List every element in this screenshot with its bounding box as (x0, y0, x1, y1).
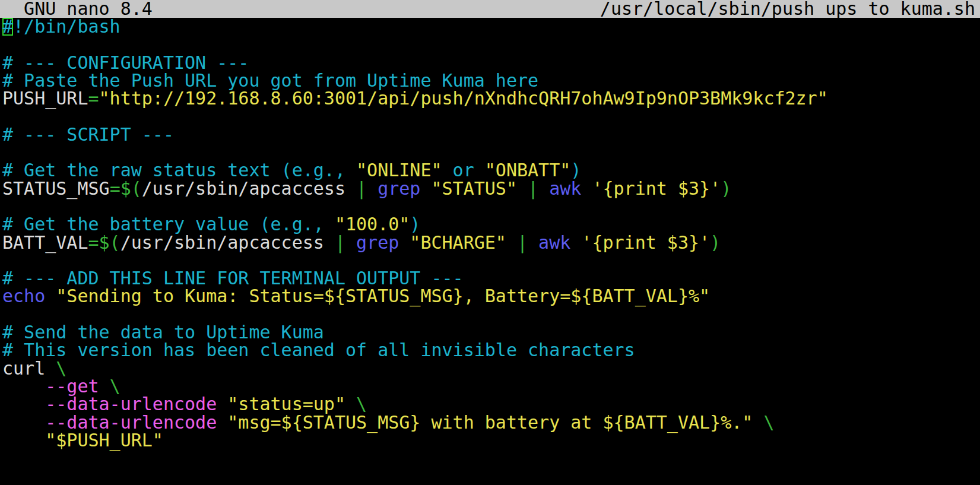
code-segment: =$( (88, 232, 120, 253)
code-line (2, 306, 980, 324)
code-segment: | (517, 232, 528, 253)
code-line: --data-urlencode "msg=${STATUS_MSG} with… (2, 414, 980, 432)
code-line: --get \ (2, 378, 980, 395)
code-line: BATT_VAL=$(/usr/sbin/apcaccess | grep "B… (2, 234, 980, 252)
code-line: --data-urlencode "status=up" \ (2, 395, 980, 413)
code-line (2, 449, 980, 467)
code-segment: \ (763, 412, 774, 433)
code-line: # Paste the Push URL you got from Uptime… (2, 72, 980, 90)
code-segment: | (356, 178, 367, 199)
code-segment: !/bin/bash (13, 16, 120, 37)
code-segment (517, 178, 528, 199)
code-segment: /usr/sbin/apcaccess (120, 232, 335, 253)
code-line: # --- ADD THIS LINE FOR TERMINAL OUTPUT … (2, 270, 980, 287)
code-segment: awk (549, 178, 581, 199)
code-line (2, 36, 980, 53)
code-segment: /usr/sbin/apcaccess (142, 178, 356, 199)
code-line: echo "Sending to Kuma: Status=${STATUS_M… (2, 287, 980, 305)
code-segment (570, 232, 581, 253)
editor[interactable]: #!/bin/bash# --- CONFIGURATION ---# Past… (0, 18, 980, 485)
file-path: /usr/local/sbin/push_ups_to_kuma.sh (600, 0, 975, 18)
code-line (2, 467, 980, 485)
code-segment: # This version has been cleaned of all i… (2, 340, 635, 360)
code-segment: ) (721, 178, 731, 199)
app-version: GNU nano 8.4 (2, 0, 153, 18)
code-segment: echo (2, 286, 45, 306)
nano-titlebar: GNU nano 8.4 /usr/local/sbin/push_ups_to… (0, 0, 980, 18)
code-segment: PUSH_URL (2, 88, 88, 109)
code-segment: grep (356, 232, 399, 253)
code-line: # Send the data to Uptime Kuma (2, 324, 980, 341)
code-line: curl \ (2, 360, 980, 378)
code-line: # --- SCRIPT --- (2, 126, 980, 144)
code-segment (506, 232, 517, 253)
code-segment: | (528, 178, 538, 199)
code-segment: = (88, 88, 99, 109)
code-segment (2, 430, 45, 451)
code-line (2, 252, 980, 270)
code-segment: "Sending to Kuma: Status=${STATUS_MSG}, … (56, 286, 710, 306)
code-line: # Get the battery value (e.g., "100.0") (2, 215, 980, 233)
code-segment: grep (378, 178, 420, 199)
text-cursor: # (2, 18, 13, 36)
code-line (2, 107, 980, 125)
code-segment: "http://192.168.8.60:3001/api/push/nXndh… (99, 88, 828, 109)
code-segment (753, 412, 763, 433)
code-segment (45, 286, 56, 306)
code-line: # This version has been cleaned of all i… (2, 341, 980, 359)
code-segment (538, 178, 549, 199)
code-segment: STATUS_MSG (2, 178, 110, 199)
code-line (2, 198, 980, 215)
code-segment: ) (710, 232, 721, 253)
code-segment: # --- SCRIPT --- (2, 124, 174, 145)
code-segment (420, 178, 431, 199)
code-segment (345, 232, 356, 253)
code-line: # --- CONFIGURATION --- (2, 54, 980, 72)
code-line: "$PUSH_URL" (2, 432, 980, 449)
code-segment (367, 178, 378, 199)
code-segment: "STATUS" (431, 178, 517, 199)
code-line: PUSH_URL="http://192.168.8.60:3001/api/p… (2, 90, 980, 107)
code-segment: '{print $3}' (581, 232, 710, 253)
code-segment: | (335, 232, 345, 253)
code-segment (528, 232, 538, 253)
code-segment: =$( (110, 178, 142, 199)
code-segment: "$PUSH_URL" (45, 430, 163, 451)
code-line: # Get the raw status text (e.g., "ONLINE… (2, 161, 980, 179)
code-line (2, 144, 980, 161)
code-segment (217, 412, 227, 433)
code-segment (399, 232, 410, 253)
code-segment: '{print $3}' (592, 178, 721, 199)
code-segment: awk (538, 232, 570, 253)
code-segment: BATT_VAL (2, 232, 88, 253)
code-segment: "BCHARGE" (410, 232, 506, 253)
code-line: STATUS_MSG=$(/usr/sbin/apcaccess | grep … (2, 180, 980, 198)
code-segment: "msg=${STATUS_MSG} with battery at ${BAT… (227, 412, 753, 433)
code-line: #!/bin/bash (2, 18, 980, 36)
code-segment (581, 178, 592, 199)
